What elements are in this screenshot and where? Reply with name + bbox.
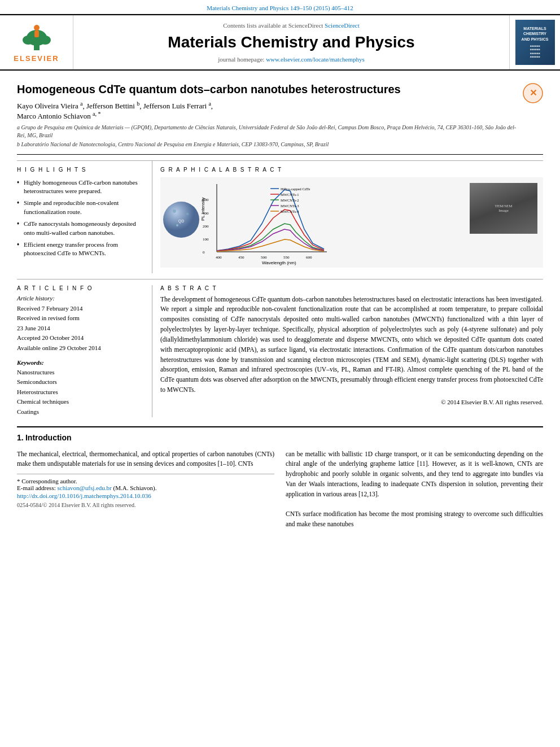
cover-image: MATERIALS CHEMISTRY AND PHYSICS ■■■■■■■■…	[515, 20, 555, 65]
list-item: Highly homogeneous CdTe-carbon nanotubes…	[17, 177, 145, 198]
crossmark-icon: ✕	[523, 83, 543, 103]
journal-homepage: journal homepage: www.elsevier.com/locat…	[218, 56, 365, 63]
paper-title: Homogeneous CdTe quantum dots–carbon nan…	[17, 83, 517, 96]
highlights-heading: H I G H L I G H T S	[17, 167, 145, 173]
journal-title: Materials Chemistry and Physics	[168, 33, 414, 51]
introduction-section: 1. Introduction The mechanical, electric…	[17, 426, 543, 530]
svg-text:450: 450	[238, 255, 244, 260]
affiliations: a Grupo de Pesquisa em Química de Materi…	[17, 124, 517, 148]
accepted-date: Accepted 20 October 2014	[17, 333, 144, 343]
svg-text:400: 400	[203, 211, 209, 216]
svg-point-3	[40, 36, 51, 45]
svg-text:QD: QD	[178, 219, 185, 224]
title-section: Homogeneous CdTe quantum dots–carbon nan…	[17, 76, 543, 155]
svg-text:550: 550	[283, 255, 290, 260]
keywords-label: Keywords:	[17, 359, 144, 366]
svg-text:600: 600	[306, 255, 312, 260]
journal-bar: Materials Chemistry and Physics 149–150 …	[0, 0, 560, 14]
svg-text:MWCNTs-4: MWCNTs-4	[281, 209, 299, 213]
affiliation-b: b Laboratório Nacional de Nanotecnologia…	[17, 141, 517, 148]
issn-footer: 0254-0584/© 2014 Elsevier B.V. All right…	[17, 502, 274, 508]
intro-text-left: The mechanical, electrical, thermomechan…	[17, 449, 274, 470]
header-area: ELSEVIER Contents lists available at Sci…	[0, 14, 560, 71]
svg-text:✕: ✕	[530, 88, 537, 98]
corresponding-note: * Corresponding author.	[17, 478, 274, 484]
abstract-text: The development of homogeneous CdTe quan…	[160, 295, 543, 395]
svg-text:0: 0	[203, 250, 205, 255]
abstract-column: A B S T R A C T The development of homog…	[152, 285, 543, 417]
svg-point-13	[176, 224, 178, 226]
svg-text:400: 400	[216, 255, 222, 260]
svg-rect-5	[34, 30, 39, 37]
graphical-image: QD PL Intensity 0 100 200	[160, 177, 543, 268]
highlights-list: Highly homogeneous CdTe-carbon nanotubes…	[17, 177, 145, 260]
sciencedirect-url[interactable]: ScienceDirect	[325, 22, 360, 29]
nanotube-image: TEM/SEMImage	[470, 183, 537, 234]
keyword: Coatings	[17, 407, 144, 417]
article-abstract-section: A R T I C L E I N F O Article history: R…	[17, 279, 543, 417]
highlights-column: H I G H L I G H T S Highly homogeneous C…	[17, 161, 152, 273]
svg-text:HiPco-capped CdTe: HiPco-capped CdTe	[281, 187, 310, 191]
article-info-column: A R T I C L E I N F O Article history: R…	[17, 285, 152, 417]
sciencedirect-link: Contents lists available at ScienceDirec…	[223, 22, 360, 29]
homepage-url[interactable]: www.elsevier.com/locate/matchemphys	[266, 56, 365, 63]
authors: Kayo Oliveira Vieira a, Jefferson Bettin…	[17, 101, 517, 121]
section-number: 1.	[17, 433, 24, 442]
introduction-columns: The mechanical, electrical, thermomechan…	[17, 446, 543, 530]
paper-content: Homogeneous CdTe quantum dots–carbon nan…	[0, 71, 560, 535]
article-info-heading: A R T I C L E I N F O	[17, 285, 144, 291]
list-item: Simple and reproducible non-covalent fun…	[17, 198, 145, 219]
keyword: Heterostructures	[17, 387, 144, 397]
introduction-right: can be metallic with ballistic 1D charge…	[286, 446, 543, 530]
available-date: Available online 29 October 2014	[17, 343, 144, 353]
svg-text:200: 200	[203, 224, 209, 229]
header-center: Contents lists available at ScienceDirec…	[73, 15, 509, 69]
svg-point-11	[173, 209, 176, 213]
journal-cover: MATERIALS CHEMISTRY AND PHYSICS ■■■■■■■■…	[509, 15, 560, 69]
svg-point-2	[23, 36, 34, 45]
svg-text:MWCNTs-2: MWCNTs-2	[281, 198, 299, 202]
keyword: Semiconductors	[17, 377, 144, 387]
quantum-dot-diagram: QD	[160, 180, 203, 254]
introduction-left: The mechanical, electrical, thermomechan…	[17, 446, 274, 530]
info-section: H I G H L I G H T S Highly homogeneous C…	[17, 160, 543, 273]
doi-link[interactable]: http://dx.doi.org/10.1016/j.matchemphys.…	[17, 492, 151, 499]
doi-link-container: http://dx.doi.org/10.1016/j.matchemphys.…	[17, 491, 274, 500]
graphical-heading: G R A P H I C A L A B S T R A C T	[160, 167, 543, 173]
graphical-abstract-column: G R A P H I C A L A B S T R A C T QD	[152, 161, 543, 273]
keyword: Chemical techniques	[17, 397, 144, 407]
svg-text:500: 500	[261, 255, 267, 260]
svg-text:MWCNTs-3: MWCNTs-3	[281, 204, 299, 208]
footnote-section: * Corresponding author. E-mail address: …	[17, 474, 274, 491]
svg-text:MWCNTs-1: MWCNTs-1	[281, 193, 299, 196]
intro-text-right: can be metallic with ballistic 1D charge…	[286, 449, 543, 530]
elsevier-tree-icon	[17, 22, 56, 53]
elsevier-brand-text: ELSEVIER	[14, 54, 59, 63]
svg-text:Wavelength (nm): Wavelength (nm)	[262, 260, 296, 265]
journal-citation: Materials Chemistry and Physics 149–150 …	[207, 5, 353, 11]
email-note: E-mail address: schiavon@ufsj.edu.br (M.…	[17, 484, 274, 491]
svg-point-4	[34, 25, 40, 30]
svg-text:600: 600	[203, 198, 209, 202]
list-item: CdTe nanocrystals homogeneously deposite…	[17, 219, 145, 239]
affiliation-a: a Grupo de Pesquisa em Química de Materi…	[17, 124, 517, 139]
revised-date: Received in revised formReceived in revi…	[17, 313, 144, 333]
received-date: Received 7 February 2014	[17, 304, 144, 314]
svg-point-12	[186, 212, 189, 215]
history-dates: Received 7 February 2014 Received in rev…	[17, 304, 144, 353]
abstract-copyright: © 2014 Elsevier B.V. All rights reserved…	[160, 399, 543, 405]
list-item: Efficient energy transfer process from p…	[17, 239, 145, 260]
pl-spectra-chart: PL Intensity 0 100 200 400 600 400 450 5…	[200, 178, 330, 266]
svg-text:100: 100	[203, 237, 209, 242]
keywords-list: Nanostructures Semiconductors Heterostru…	[17, 368, 144, 417]
keywords-section: Keywords: Nanostructures Semiconductors …	[17, 359, 144, 417]
email-link[interactable]: schiavon@ufsj.edu.br	[57, 484, 111, 491]
section-title: Introduction	[25, 433, 72, 442]
keyword: Nanostructures	[17, 368, 144, 378]
abstract-heading: A B S T R A C T	[160, 285, 543, 291]
history-label: Article history:	[17, 295, 144, 302]
elsevier-logo: ELSEVIER	[0, 15, 73, 69]
